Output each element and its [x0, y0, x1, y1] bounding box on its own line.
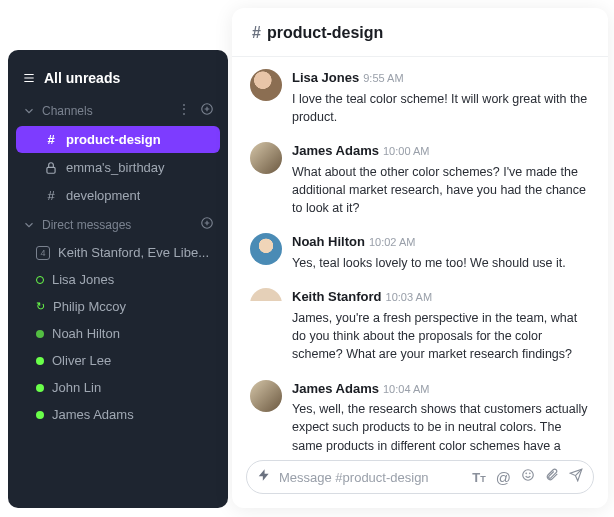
channel-name: development — [66, 188, 140, 203]
channel-name: product-design — [267, 24, 383, 42]
presence-online-icon — [36, 357, 44, 365]
refresh-icon: ↻ — [36, 300, 45, 313]
message-composer[interactable]: TT @ — [246, 460, 594, 494]
message-author[interactable]: James Adams — [292, 381, 379, 396]
presence-online-icon — [36, 384, 44, 392]
dms-section-header[interactable]: Direct messages — [8, 210, 228, 239]
message-input[interactable] — [279, 470, 464, 485]
message-time: 10:00 AM — [383, 145, 429, 157]
dm-name: Oliver Lee — [52, 353, 111, 368]
message-text: I love the teal color scheme! It will wo… — [292, 90, 590, 126]
emoji-icon[interactable] — [521, 468, 535, 486]
dm-name: Philip Mccoy — [53, 299, 126, 314]
message-text: Yes, well, the research shows that custo… — [292, 400, 590, 452]
message-text: James, you're a fresh perspective in the… — [292, 309, 590, 363]
sidebar-channel[interactable]: #product-design — [16, 126, 220, 153]
message-author[interactable]: James Adams — [292, 143, 379, 158]
channel-header[interactable]: # product-design — [232, 8, 608, 57]
chat-panel: # product-design Lisa Jones9:55 AMI love… — [232, 8, 608, 508]
presence-away-icon — [36, 276, 44, 284]
channel-name: product-design — [66, 132, 161, 147]
svg-point-11 — [526, 473, 527, 474]
dm-name: Noah Hilton — [52, 326, 120, 341]
all-unreads-label: All unreads — [44, 70, 120, 86]
sidebar-dm[interactable]: John Lin — [8, 374, 228, 401]
presence-idle-icon — [36, 330, 44, 338]
dm-name: John Lin — [52, 380, 101, 395]
message-text: Yes, teal looks lovely to me too! We sho… — [292, 254, 590, 272]
channels-label: Channels — [42, 104, 93, 118]
message: Lisa Jones9:55 AMI love the teal color s… — [250, 69, 590, 126]
sidebar-dm[interactable]: Noah Hilton — [8, 320, 228, 347]
hash-icon: # — [44, 133, 58, 147]
message: James Adams10:04 AMYes, well, the resear… — [250, 380, 590, 453]
avatar[interactable] — [250, 288, 282, 320]
hash-icon: # — [252, 24, 261, 42]
chevron-down-icon — [22, 218, 36, 232]
sidebar-dm[interactable]: Lisa Jones — [8, 266, 228, 293]
message: James Adams10:00 AMWhat about the other … — [250, 142, 590, 217]
sidebar-channel[interactable]: #development — [16, 182, 220, 209]
message-author[interactable]: Lisa Jones — [292, 70, 359, 85]
message-time: 10:04 AM — [383, 383, 429, 395]
hash-icon: # — [44, 189, 58, 203]
format-icon[interactable]: TT — [472, 470, 485, 485]
message-text: What about the other color schemes? I've… — [292, 163, 590, 217]
sidebar: All unreads Channels ⋮ #product-designem… — [8, 50, 228, 508]
channel-name: emma's_birthday — [66, 160, 165, 175]
sidebar-dm[interactable]: James Adams — [8, 401, 228, 428]
sidebar-dm[interactable]: Oliver Lee — [8, 347, 228, 374]
message-time: 9:55 AM — [363, 72, 403, 84]
send-icon[interactable] — [569, 468, 583, 486]
avatar[interactable] — [250, 142, 282, 174]
message-time: 10:02 AM — [369, 236, 415, 248]
message-author[interactable]: Keith Stanford — [292, 289, 382, 304]
all-unreads-row[interactable]: All unreads — [8, 64, 228, 96]
svg-point-10 — [523, 470, 534, 481]
messages-list: Lisa Jones9:55 AMI love the teal color s… — [232, 57, 608, 452]
sidebar-dm[interactable]: ↻Philip Mccoy — [8, 293, 228, 320]
more-icon[interactable]: ⋮ — [178, 102, 190, 119]
dms-label: Direct messages — [42, 218, 131, 232]
channels-section-header[interactable]: Channels ⋮ — [8, 96, 228, 125]
add-channel-icon[interactable] — [200, 102, 214, 119]
avatar[interactable] — [250, 380, 282, 412]
dm-name: James Adams — [52, 407, 134, 422]
message-time: 10:03 AM — [386, 291, 432, 303]
dm-name: Lisa Jones — [52, 272, 114, 287]
message: Noah Hilton10:02 AMYes, teal looks lovel… — [250, 233, 590, 272]
svg-rect-6 — [47, 167, 55, 173]
lock-icon — [44, 161, 58, 175]
add-dm-icon[interactable] — [200, 216, 214, 233]
count-badge-icon: 4 — [36, 246, 50, 260]
dm-name: Keith Stanford, Eve Libe... — [58, 245, 209, 260]
sidebar-channel[interactable]: emma's_birthday — [16, 154, 220, 181]
presence-online-icon — [36, 411, 44, 419]
attach-icon[interactable] — [545, 468, 559, 486]
lightning-icon[interactable] — [257, 468, 271, 486]
chevron-down-icon — [22, 104, 36, 118]
svg-point-12 — [529, 473, 530, 474]
message-author[interactable]: Noah Hilton — [292, 234, 365, 249]
message: Keith Stanford10:03 AMJames, you're a fr… — [250, 288, 590, 363]
list-icon — [22, 71, 36, 85]
sidebar-dm[interactable]: 4Keith Stanford, Eve Libe... — [8, 239, 228, 266]
avatar[interactable] — [250, 233, 282, 265]
mention-icon[interactable]: @ — [496, 469, 511, 486]
avatar[interactable] — [250, 69, 282, 101]
